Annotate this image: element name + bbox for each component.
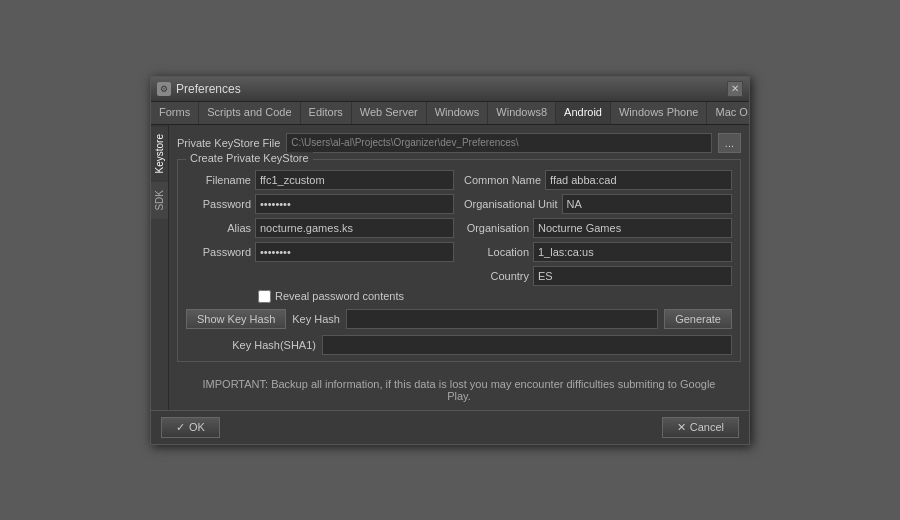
tab-bar: Forms Scripts and Code Editors Web Serve… bbox=[151, 102, 749, 125]
tab-windows8[interactable]: Windows8 bbox=[488, 102, 556, 124]
tab-windows[interactable]: Windows bbox=[427, 102, 489, 124]
organisation-row: Organisation bbox=[464, 218, 732, 238]
ok-button[interactable]: ✓ OK bbox=[161, 417, 220, 438]
side-tab-keystore[interactable]: Keystore bbox=[151, 125, 168, 181]
alias-input[interactable] bbox=[255, 218, 454, 238]
keystore-file-row: Private KeyStore File ... bbox=[177, 133, 741, 153]
organisation-input[interactable] bbox=[533, 218, 732, 238]
browse-button[interactable]: ... bbox=[718, 133, 741, 153]
filename-row: Filename bbox=[186, 170, 454, 190]
tab-forms[interactable]: Forms bbox=[151, 102, 199, 124]
show-key-hash-button[interactable]: Show Key Hash bbox=[186, 309, 286, 329]
country-label: Country bbox=[464, 270, 529, 282]
side-tab-sdk[interactable]: SDK bbox=[151, 181, 168, 219]
alias-label: Alias bbox=[186, 222, 251, 234]
title-bar-left: ⚙ Preferences bbox=[157, 82, 241, 96]
tab-macosx[interactable]: Mac OS X bbox=[707, 102, 749, 124]
tab-scripts[interactable]: Scripts and Code bbox=[199, 102, 300, 124]
password-label: Password bbox=[186, 198, 251, 210]
dialog-title: Preferences bbox=[176, 82, 241, 96]
tab-windows-phone[interactable]: Windows Phone bbox=[611, 102, 708, 124]
content-area: Keystore SDK Private KeyStore File ... C… bbox=[151, 125, 749, 410]
password2-input[interactable] bbox=[255, 242, 454, 262]
reveal-password-label: Reveal password contents bbox=[275, 290, 404, 302]
main-panel: Private KeyStore File ... Create Private… bbox=[169, 125, 749, 410]
preferences-dialog: ⚙ Preferences ✕ Forms Scripts and Code E… bbox=[150, 76, 750, 445]
location-row: Location bbox=[464, 242, 732, 262]
close-button[interactable]: ✕ bbox=[727, 81, 743, 97]
generate-button[interactable]: Generate bbox=[664, 309, 732, 329]
group-title: Create Private KeyStore bbox=[186, 152, 313, 164]
location-label: Location bbox=[464, 246, 529, 258]
title-bar: ⚙ Preferences ✕ bbox=[151, 77, 749, 102]
key-hash-sha1-label: Key Hash(SHA1) bbox=[186, 339, 316, 351]
org-unit-label: Organisational Unit bbox=[464, 198, 558, 210]
org-unit-row: Organisational Unit bbox=[464, 194, 732, 214]
create-keystore-group: Create Private KeyStore Filename Passwor… bbox=[177, 159, 741, 362]
tab-android[interactable]: Android bbox=[556, 102, 611, 124]
ok-label: OK bbox=[189, 421, 205, 433]
tab-webserver[interactable]: Web Server bbox=[352, 102, 427, 124]
key-hash-sha1-row: Key Hash(SHA1) bbox=[186, 335, 732, 355]
alias-row: Alias bbox=[186, 218, 454, 238]
side-tabs: Keystore SDK bbox=[151, 125, 169, 410]
app-icon: ⚙ bbox=[157, 82, 171, 96]
reveal-password-checkbox[interactable] bbox=[258, 290, 271, 303]
tab-editors[interactable]: Editors bbox=[301, 102, 352, 124]
key-hash-row: Show Key Hash Key Hash Generate bbox=[186, 309, 732, 329]
keystore-form-grid: Filename Password Alias Password bbox=[186, 170, 732, 286]
organisation-label: Organisation bbox=[464, 222, 529, 234]
important-notice: IMPORTANT: Backup all information, if th… bbox=[177, 378, 741, 402]
common-name-input[interactable] bbox=[545, 170, 732, 190]
cancel-button[interactable]: ✕ Cancel bbox=[662, 417, 739, 438]
filename-input[interactable] bbox=[255, 170, 454, 190]
password-row: Password bbox=[186, 194, 454, 214]
password2-label: Password bbox=[186, 246, 251, 258]
key-hash-label: Key Hash bbox=[292, 313, 340, 325]
org-unit-input[interactable] bbox=[562, 194, 732, 214]
key-hash-input[interactable] bbox=[346, 309, 658, 329]
common-name-label: Common Name bbox=[464, 174, 541, 186]
key-hash-sha1-input[interactable] bbox=[322, 335, 732, 355]
left-col: Filename Password Alias Password bbox=[186, 170, 454, 286]
password2-row: Password bbox=[186, 242, 454, 262]
location-input[interactable] bbox=[533, 242, 732, 262]
common-name-row: Common Name bbox=[464, 170, 732, 190]
ok-checkmark-icon: ✓ bbox=[176, 421, 185, 434]
country-input[interactable] bbox=[533, 266, 732, 286]
right-col: Common Name Organisational Unit Organisa… bbox=[464, 170, 732, 286]
bottom-bar: ✓ OK ✕ Cancel bbox=[151, 410, 749, 444]
keystore-file-label: Private KeyStore File bbox=[177, 137, 280, 149]
filename-label: Filename bbox=[186, 174, 251, 186]
keystore-file-input[interactable] bbox=[286, 133, 712, 153]
country-row: Country bbox=[464, 266, 732, 286]
cancel-x-icon: ✕ bbox=[677, 421, 686, 434]
cancel-label: Cancel bbox=[690, 421, 724, 433]
reveal-password-row: Reveal password contents bbox=[258, 290, 732, 303]
password-input[interactable] bbox=[255, 194, 454, 214]
